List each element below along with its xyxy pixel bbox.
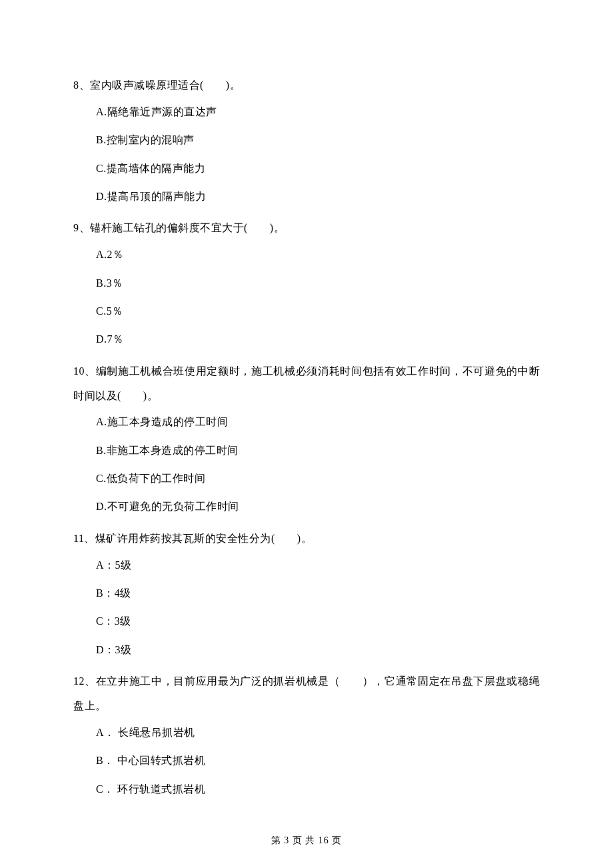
- question-stem: 11、煤矿许用炸药按其瓦斯的安全性分为( )。: [73, 527, 540, 551]
- options-group: A：5级 B：4级 C：3级 D：3级: [73, 551, 540, 665]
- option-c: C：3级: [96, 607, 540, 635]
- option-c: C.提高墙体的隔声能力: [96, 155, 540, 183]
- options-group: A.施工本身造成的停工时间 B.非施工本身造成的停工时间 C.低负荷下的工作时间…: [73, 408, 540, 521]
- question-stem: 12、在立井施工中，目前应用最为广泛的抓岩机械是（ ），它通常固定在吊盘下层盘或…: [73, 669, 540, 719]
- question-stem: 8、室内吸声减噪原理适合( )。: [73, 73, 540, 98]
- question-8: 8、室内吸声减噪原理适合( )。 A.隔绝靠近声源的直达声 B.控制室内的混响声…: [73, 73, 540, 211]
- option-d: D.提高吊顶的隔声能力: [96, 183, 540, 211]
- options-group: A． 长绳悬吊抓岩机 B． 中心回转式抓岩机 C． 环行轨道式抓岩机: [73, 719, 540, 803]
- option-d: D.不可避免的无负荷工作时间: [96, 493, 540, 521]
- option-d: D.7％: [96, 325, 540, 353]
- option-b: B． 中心回转式抓岩机: [96, 747, 540, 775]
- option-b: B.3％: [96, 269, 540, 297]
- option-a: A.施工本身造成的停工时间: [96, 408, 540, 436]
- question-stem: 9、锚杆施工钻孔的偏斜度不宜大于( )。: [73, 216, 540, 241]
- option-c: C.低负荷下的工作时间: [96, 465, 540, 493]
- option-a: A.2％: [96, 241, 540, 269]
- option-d: D：3级: [96, 636, 540, 664]
- page-content: 8、室内吸声减噪原理适合( )。 A.隔绝靠近声源的直达声 B.控制室内的混响声…: [0, 0, 613, 803]
- options-group: A.隔绝靠近声源的直达声 B.控制室内的混响声 C.提高墙体的隔声能力 D.提高…: [73, 98, 540, 211]
- question-9: 9、锚杆施工钻孔的偏斜度不宜大于( )。 A.2％ B.3％ C.5％ D.7％: [73, 216, 540, 353]
- question-12: 12、在立井施工中，目前应用最为广泛的抓岩机械是（ ），它通常固定在吊盘下层盘或…: [73, 669, 540, 803]
- option-b: B.非施工本身造成的停工时间: [96, 437, 540, 465]
- question-10: 10、编制施工机械合班使用定额时，施工机械必须消耗时间包括有效工作时间，不可避免…: [73, 359, 540, 521]
- options-group: A.2％ B.3％ C.5％ D.7％: [73, 241, 540, 354]
- question-11: 11、煤矿许用炸药按其瓦斯的安全性分为( )。 A：5级 B：4级 C：3级 D…: [73, 527, 540, 664]
- option-c: C． 环行轨道式抓岩机: [96, 775, 540, 803]
- option-b: B.控制室内的混响声: [96, 126, 540, 154]
- option-a: A． 长绳悬吊抓岩机: [96, 719, 540, 747]
- option-a: A：5级: [96, 551, 540, 579]
- option-a: A.隔绝靠近声源的直达声: [96, 98, 540, 126]
- page-footer: 第 3 页 共 16 页: [0, 835, 613, 847]
- option-b: B：4级: [96, 579, 540, 607]
- question-stem: 10、编制施工机械合班使用定额时，施工机械必须消耗时间包括有效工作时间，不可避免…: [73, 359, 540, 409]
- option-c: C.5％: [96, 297, 540, 325]
